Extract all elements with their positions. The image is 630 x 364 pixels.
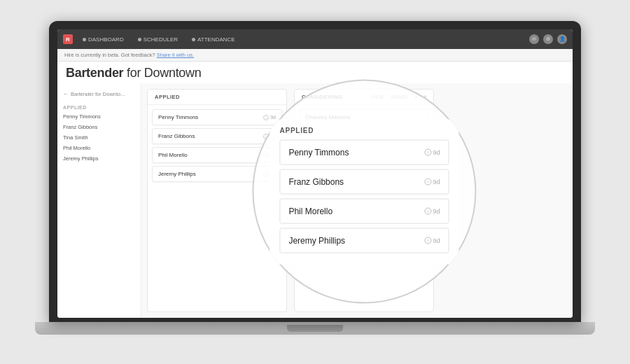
feedback-link[interactable]: Share it with us. [157, 52, 194, 58]
card-time: ○ 9d [263, 172, 276, 177]
card-name: Penny Timmons [158, 114, 198, 120]
card-phil-morello[interactable]: Phil Morello ○ 9d [152, 147, 282, 163]
add-btn[interactable]: + [412, 94, 419, 100]
card-time: ○ 9d [263, 134, 276, 139]
beta-bar: Hire is currently in beta. Got feedback?… [57, 49, 573, 62]
page-header: Bartender for Downtown [57, 62, 573, 83]
card-name: Tina Smith [305, 133, 332, 139]
nav-dot-2 [138, 38, 141, 41]
share-btn[interactable]: SHARE [388, 94, 410, 100]
top-nav: R DASHBOARD SCHEDULER ATTENDANCE [57, 29, 573, 49]
card-time: ○ 9d [263, 153, 276, 158]
laptop-notch [287, 325, 343, 332]
settings-icon[interactable]: ⚙ [543, 34, 553, 44]
sidebar-item-tina[interactable]: Tina Smith [57, 132, 141, 143]
sidebar-section-applied: APPLIED [57, 102, 141, 111]
laptop-screen: R DASHBOARD SCHEDULER ATTENDANCE [57, 29, 573, 318]
sidebar-item-phil[interactable]: Phil Morello [57, 143, 141, 153]
column-actions: VIEW SHARE + i [369, 94, 428, 100]
nav-dot [83, 38, 86, 41]
view-btn[interactable]: VIEW [369, 94, 386, 100]
sidebar-item-jeremy[interactable]: Jeremy Phillips [57, 153, 141, 164]
card-name: Franz Gibbons [158, 133, 195, 139]
message-icon[interactable]: ✉ [529, 34, 539, 44]
laptop-shell: R DASHBOARD SCHEDULER ATTENDANCE [42, 21, 588, 343]
clock-icon: ○ [263, 134, 269, 139]
card-tina-smith[interactable]: Tina Smith [299, 128, 429, 144]
kanban-column-applied: APPLIED Penny Timmons ○ 9d [147, 89, 287, 312]
applied-column-header: APPLIED [148, 90, 286, 105]
nav-scheduler[interactable]: SCHEDULER [134, 35, 182, 44]
clock-icon: ○ [263, 153, 269, 158]
back-arrow-icon: ← [63, 91, 69, 97]
page-title: Bartender for Downtown [66, 66, 564, 80]
card-tammy-lorenzo[interactable]: Tammy Lorenzo [299, 147, 429, 163]
applied-cards: Penny Timmons ○ 9d Franz Gibbons [148, 105, 286, 186]
app-logo: R [63, 34, 73, 44]
nav-icons: ✉ ⚙ 👤 [529, 34, 567, 44]
card-franz-gibbons[interactable]: Franz Gibbons ○ 9d [152, 128, 282, 144]
user-avatar-icon[interactable]: 👤 [557, 34, 567, 44]
considering-cards: Chauncy Manning Tina Smith Tammy Lorenzo [295, 105, 433, 167]
card-name: Jeremy Phillips [158, 171, 196, 177]
card-jeremy-phillips[interactable]: Jeremy Phillips ○ 9d [152, 166, 282, 182]
sidebar-item-franz[interactable]: Franz Gibbons [57, 122, 141, 132]
laptop-base [35, 322, 595, 335]
main-content: ← Bartender for Downto... APPLIED Penny … [57, 83, 573, 318]
laptop-screen-frame: R DASHBOARD SCHEDULER ATTENDANCE [49, 21, 581, 322]
sidebar-item-penny[interactable]: Penny Timmons [57, 111, 141, 122]
app-container: R DASHBOARD SCHEDULER ATTENDANCE [57, 29, 573, 318]
clock-icon: ○ [263, 115, 269, 120]
card-name: Tammy Lorenzo [305, 152, 345, 158]
sidebar: ← Bartender for Downto... APPLIED Penny … [57, 83, 141, 318]
card-penny-timmons[interactable]: Penny Timmons ○ 9d [152, 109, 282, 125]
card-time: ○ 9d [263, 115, 276, 120]
card-name: Chauncy Manning [305, 114, 350, 120]
nav-dot-3 [192, 38, 195, 41]
card-name: Phil Morello [158, 152, 188, 158]
kanban-area: APPLIED Penny Timmons ○ 9d [141, 83, 573, 318]
sidebar-back-btn[interactable]: ← Bartender for Downto... [57, 89, 141, 99]
clock-icon: ○ [263, 172, 269, 177]
card-chauncy-manning[interactable]: Chauncy Manning [299, 109, 429, 125]
nav-dashboard[interactable]: DASHBOARD [78, 35, 128, 44]
kanban-column-considering: CONSIDERING VIEW SHARE + i Ch [294, 89, 434, 312]
considering-column-header: CONSIDERING [300, 92, 344, 102]
nav-attendance[interactable]: ATTENDANCE [188, 35, 239, 44]
info-btn[interactable]: i [422, 94, 428, 100]
